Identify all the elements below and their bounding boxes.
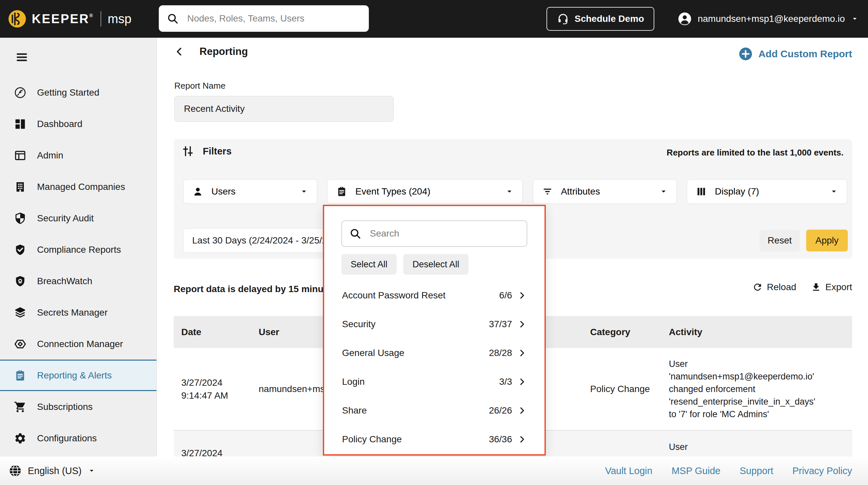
hexagon-icon bbox=[14, 338, 27, 350]
dashboard-icon bbox=[14, 118, 27, 130]
event-type-share[interactable]: Share 26/26 bbox=[324, 396, 545, 425]
sidebar-nav: Getting Started Dashboard Admin Managed … bbox=[0, 38, 157, 457]
reload-label: Reload bbox=[767, 282, 796, 293]
admin-window-icon bbox=[14, 149, 27, 162]
sidebar-item-dashboard[interactable]: Dashboard bbox=[0, 108, 156, 140]
sidebar-item-security-audit[interactable]: Security Audit bbox=[0, 203, 156, 234]
page-title-row: Reporting bbox=[174, 46, 248, 58]
footer-link-support[interactable]: Support bbox=[740, 465, 773, 476]
event-type-account-password-reset[interactable]: Account Password Reset 6/6 bbox=[324, 281, 545, 310]
plus-circle-icon bbox=[739, 47, 752, 61]
caret-down-icon bbox=[851, 15, 859, 23]
shield-half-icon bbox=[14, 212, 27, 224]
column-header-category: Category bbox=[590, 327, 669, 337]
sliders-icon bbox=[182, 145, 194, 157]
column-header-activity: Activity bbox=[669, 327, 852, 337]
sidebar-item-compliance-reports[interactable]: Compliance Reports bbox=[0, 234, 156, 265]
reload-button[interactable]: Reload bbox=[752, 282, 796, 293]
footer-link-vault-login[interactable]: Vault Login bbox=[605, 465, 652, 476]
filters-title: Filters bbox=[203, 146, 231, 157]
deselect-all-button[interactable]: Deselect All bbox=[403, 254, 468, 275]
cell-activity: User 'namundsen+msp1@keeperdemo.io' chan… bbox=[669, 358, 852, 421]
cell-activity: User bbox=[669, 431, 852, 453]
cell-date: 3/27/2024 bbox=[181, 431, 259, 459]
global-search[interactable] bbox=[159, 5, 369, 32]
registered-mark: ® bbox=[89, 13, 94, 18]
filter-dropdown-event-types-204[interactable]: Event Types (204) bbox=[327, 179, 523, 204]
keeper-msp-console: KEEPER® msp Schedule Demo namundsen+msp1… bbox=[0, 0, 868, 485]
top-header: KEEPER® msp Schedule Demo namundsen+msp1… bbox=[0, 0, 868, 38]
sidebar-item-subscriptions[interactable]: Subscriptions bbox=[0, 391, 156, 422]
report-name-label: Report Name bbox=[174, 81, 226, 91]
reset-button[interactable]: Reset bbox=[760, 230, 800, 251]
keeper-logo[interactable]: KEEPER® msp bbox=[7, 0, 131, 38]
globe-icon bbox=[9, 464, 22, 477]
caret-down-icon bbox=[830, 187, 838, 196]
sidebar-item-getting-started[interactable]: Getting Started bbox=[0, 77, 156, 108]
footer-link-privacy-policy[interactable]: Privacy Policy bbox=[793, 465, 852, 476]
person-icon bbox=[192, 186, 204, 197]
event-types-search[interactable] bbox=[341, 220, 527, 247]
cart-icon bbox=[14, 401, 27, 413]
caret-down-icon bbox=[659, 187, 668, 196]
keeper-logo-icon bbox=[7, 9, 27, 29]
apply-button[interactable]: Apply bbox=[806, 230, 848, 251]
caret-down-icon bbox=[300, 187, 308, 196]
account-email: namundsen+msp1@keeperdemo.io bbox=[698, 13, 845, 24]
shield-check-icon bbox=[14, 243, 27, 256]
shield-eye-icon bbox=[14, 275, 27, 287]
sidebar-item-reporting-alerts[interactable]: Reporting & Alerts bbox=[0, 360, 156, 391]
events-limit-note: Reports are limited to the last 1,000 ev… bbox=[666, 148, 843, 158]
language-label: English (US) bbox=[28, 465, 82, 476]
event-type-list: Account Password Reset 6/6 Security 37/3… bbox=[324, 281, 545, 454]
download-icon bbox=[811, 282, 822, 293]
account-menu[interactable]: namundsen+msp1@keeperdemo.io bbox=[678, 0, 859, 38]
column-header-date: Date bbox=[181, 327, 259, 337]
select-all-button[interactable]: Select All bbox=[341, 254, 397, 275]
sidebar-item-configurations[interactable]: Configurations bbox=[0, 422, 156, 454]
event-type-login[interactable]: Login 3/3 bbox=[324, 367, 545, 396]
language-selector[interactable]: English (US) bbox=[9, 464, 96, 477]
search-icon bbox=[167, 12, 179, 25]
back-icon[interactable] bbox=[174, 46, 185, 57]
sidebar-item-connection-manager[interactable]: Connection Manager bbox=[0, 328, 156, 360]
filter-dropdown-attributes[interactable]: Attributes bbox=[533, 179, 677, 204]
caret-down-icon bbox=[505, 187, 514, 196]
event-type-security[interactable]: Security 37/37 bbox=[324, 310, 545, 338]
add-custom-report-button[interactable]: Add Custom Report bbox=[739, 47, 852, 61]
footer: English (US) Vault Login MSP Guide Suppo… bbox=[0, 457, 868, 485]
export-button[interactable]: Export bbox=[811, 282, 852, 293]
report-name-input[interactable] bbox=[174, 96, 394, 122]
cell-date: 3/27/20249:14:47 AM bbox=[181, 376, 259, 402]
sidebar-item-managed-companies[interactable]: Managed Companies bbox=[0, 171, 156, 203]
global-search-input[interactable] bbox=[187, 13, 361, 24]
event-types-search-input[interactable] bbox=[370, 228, 519, 239]
event-type-general-usage[interactable]: General Usage 28/28 bbox=[324, 338, 545, 367]
rocket-icon bbox=[14, 86, 27, 99]
building-icon bbox=[14, 181, 27, 193]
avatar-icon bbox=[678, 12, 692, 26]
footer-link-msp-guide[interactable]: MSP Guide bbox=[672, 465, 720, 476]
sidebar-toggle-row bbox=[0, 38, 156, 77]
footer-links: Vault Login MSP Guide Support Privacy Po… bbox=[605, 465, 852, 476]
chevron-right-icon bbox=[517, 435, 527, 444]
filter-dropdown-users[interactable]: Users bbox=[183, 179, 317, 204]
page-title: Reporting bbox=[199, 46, 248, 58]
search-icon bbox=[349, 228, 361, 240]
sidebar-item-admin[interactable]: Admin bbox=[0, 140, 156, 171]
logo-divider bbox=[100, 11, 101, 27]
sidebar-item-secrets-manager[interactable]: Secrets Manager bbox=[0, 297, 156, 328]
event-type-policy-change[interactable]: Policy Change 36/36 bbox=[324, 425, 545, 454]
schedule-demo-button[interactable]: Schedule Demo bbox=[547, 7, 654, 31]
select-buttons-row: Select All Deselect All bbox=[341, 254, 468, 275]
sidebar-item-breachwatch[interactable]: BreachWatch bbox=[0, 265, 156, 297]
brand-suffix: msp bbox=[108, 12, 132, 26]
event-types-dropdown-panel: Select All Deselect All Account Password… bbox=[323, 205, 546, 456]
filter-dropdown-display-7[interactable]: Display (7) bbox=[687, 179, 847, 204]
cell-category: Policy Change bbox=[590, 384, 669, 394]
filter-dropdown-row: Users Event Types (204) Attributes bbox=[183, 179, 847, 204]
schedule-demo-label: Schedule Demo bbox=[575, 13, 644, 24]
caret-down-icon bbox=[88, 467, 96, 475]
hamburger-menu-icon[interactable] bbox=[14, 51, 30, 63]
chevron-right-icon bbox=[517, 291, 527, 300]
